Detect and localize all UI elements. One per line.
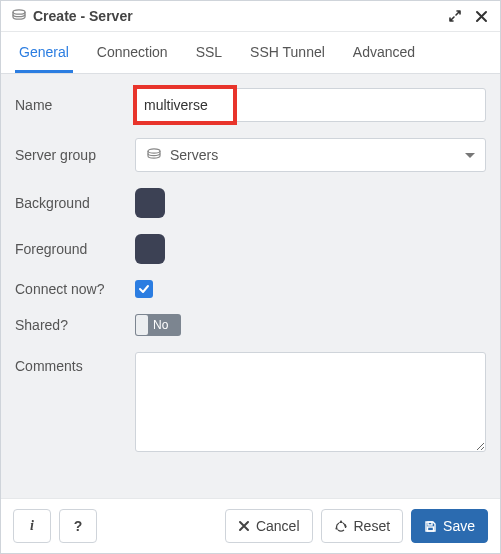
server-group-select[interactable]: Servers — [135, 138, 486, 172]
row-name: Name — [15, 88, 486, 122]
recycle-icon — [334, 519, 348, 533]
tab-general[interactable]: General — [15, 32, 73, 73]
save-button[interactable]: Save — [411, 509, 488, 543]
connect-now-checkbox[interactable] — [135, 280, 153, 298]
row-connect-now: Connect now? — [15, 280, 486, 298]
svg-point-1 — [148, 149, 160, 153]
cancel-button[interactable]: Cancel — [225, 509, 313, 543]
row-background: Background — [15, 188, 486, 218]
row-comments: Comments — [15, 352, 486, 455]
svg-rect-2 — [428, 522, 432, 525]
close-icon[interactable] — [472, 7, 490, 25]
chevron-down-icon — [465, 153, 475, 158]
tab-connection[interactable]: Connection — [93, 32, 172, 73]
cancel-label: Cancel — [256, 518, 300, 534]
reset-label: Reset — [354, 518, 391, 534]
maximize-icon[interactable] — [446, 7, 464, 25]
create-server-dialog: Create - Server General Connection SSL S… — [0, 0, 501, 554]
info-icon: i — [30, 518, 34, 534]
toggle-knob — [136, 315, 148, 335]
help-button[interactable]: ? — [59, 509, 97, 543]
background-color-picker[interactable] — [135, 188, 165, 218]
foreground-color-picker[interactable] — [135, 234, 165, 264]
server-group-icon — [146, 147, 162, 163]
row-shared: Shared? No — [15, 314, 486, 336]
name-label: Name — [15, 97, 135, 113]
tabs: General Connection SSL SSH Tunnel Advanc… — [1, 32, 500, 74]
row-server-group: Server group Servers — [15, 138, 486, 172]
reset-button[interactable]: Reset — [321, 509, 404, 543]
tab-ssh-tunnel[interactable]: SSH Tunnel — [246, 32, 329, 73]
info-button[interactable]: i — [13, 509, 51, 543]
titlebar: Create - Server — [1, 1, 500, 32]
save-icon — [424, 520, 437, 533]
help-icon: ? — [74, 518, 83, 534]
name-input[interactable] — [135, 88, 486, 122]
svg-point-0 — [13, 10, 25, 14]
dialog-footer: i ? Cancel Reset Save — [1, 498, 500, 553]
name-input-wrap — [135, 88, 486, 122]
dialog-body: Name Server group — [1, 74, 500, 498]
tab-advanced[interactable]: Advanced — [349, 32, 419, 73]
close-icon — [238, 520, 250, 532]
shared-label: Shared? — [15, 317, 135, 333]
connect-now-label: Connect now? — [15, 281, 135, 297]
svg-rect-3 — [428, 527, 434, 531]
server-group-label: Server group — [15, 147, 135, 163]
comments-label: Comments — [15, 352, 135, 374]
tab-ssl[interactable]: SSL — [192, 32, 226, 73]
foreground-label: Foreground — [15, 241, 135, 257]
server-group-value: Servers — [170, 147, 218, 163]
shared-value: No — [153, 318, 168, 332]
comments-textarea[interactable] — [135, 352, 486, 452]
dialog-title: Create - Server — [33, 8, 133, 24]
row-foreground: Foreground — [15, 234, 486, 264]
server-icon — [11, 8, 27, 24]
shared-toggle[interactable]: No — [135, 314, 181, 336]
save-label: Save — [443, 518, 475, 534]
background-label: Background — [15, 195, 135, 211]
